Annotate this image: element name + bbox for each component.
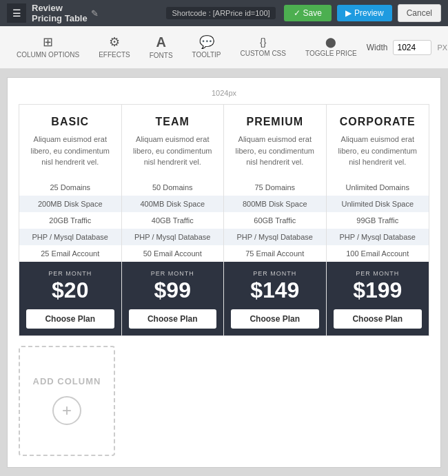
width-input[interactable] [393, 40, 431, 55]
feature-row: PHP / Mysql Database [19, 229, 121, 245]
plan-col-corporate: CORPORATE Aliquam euismod erat libero, e… [327, 105, 429, 335]
plan-col-premium: PREMIUM Aliquam euismod erat libero, eu … [224, 105, 327, 335]
shortcode-badge: Shortcode : [ARPrice id=100] [166, 7, 275, 19]
canvas-area: 1024px BASIC Aliquam euismod erat libero… [0, 69, 448, 476]
save-button[interactable]: ✓ Save [284, 5, 332, 21]
add-column-icon: + [52, 396, 81, 425]
pricing-grid: BASIC Aliquam euismod erat libero, eu co… [19, 104, 429, 336]
feature-row: 400MB Disk Space [122, 196, 224, 212]
width-label: Width [367, 43, 388, 52]
plan-header: CORPORATE Aliquam euismod erat libero, e… [327, 105, 429, 179]
feature-row: 40GB Traffic [122, 212, 224, 229]
plan-name: TEAM [130, 116, 216, 128]
plan-desc: Aliquam euismod erat libero, eu condimen… [130, 134, 216, 168]
toolbar: ⊞ COLUMN OPTIONS ⚙ EFFECTS A FONTS 💬 TOO… [0, 26, 448, 69]
feature-row: 75 Email Account [224, 245, 326, 262]
plan-footer: PER MONTH $99 Choose Plan [122, 262, 224, 335]
choose-plan-button[interactable]: Choose Plan [334, 309, 422, 329]
feature-row: 50 Domains [122, 179, 224, 196]
app-logo: ☰ [7, 3, 26, 23]
toolbar-fonts[interactable]: A FONTS [140, 30, 183, 65]
plan-features: Unlimited DomainsUnlimited Disk Space99G… [327, 179, 429, 262]
plan-name: CORPORATE [335, 116, 421, 128]
per-month-label: PER MONTH [334, 270, 422, 277]
feature-row: 25 Domains [19, 179, 121, 196]
per-month-label: PER MONTH [231, 270, 319, 277]
edit-icon[interactable]: ✎ [91, 8, 99, 19]
feature-row: 100 Email Account [327, 245, 429, 262]
toolbar-column-options[interactable]: ⊞ COLUMN OPTIONS [7, 30, 89, 64]
feature-row: 99GB Traffic [327, 212, 429, 229]
plan-footer: PER MONTH $20 Choose Plan [19, 262, 121, 335]
plan-price: $99 [129, 278, 217, 302]
toolbar-right: Width PX Color ✏ [367, 40, 448, 55]
plan-header: PREMIUM Aliquam euismod erat libero, eu … [224, 105, 326, 179]
feature-row: 25 Email Account [19, 245, 121, 262]
feature-row: Unlimited Domains [327, 179, 429, 196]
feature-row: 50 Email Account [122, 245, 224, 262]
toolbar-effects[interactable]: ⚙ EFFECTS [89, 30, 140, 64]
plan-footer: PER MONTH $149 Choose Plan [224, 262, 326, 335]
plan-footer: PER MONTH $199 Choose Plan [327, 262, 429, 335]
cancel-button[interactable]: Cancel [398, 4, 441, 22]
effects-icon: ⚙ [109, 36, 120, 48]
px-label: PX [437, 43, 447, 52]
page-title: Review Pricing Table [32, 3, 88, 23]
add-column-area[interactable]: ADD COLUMN + [19, 346, 115, 456]
custom-css-label: CUSTOM CSS [240, 50, 286, 57]
plan-features: 25 Domains200MB Disk Space20GB TrafficPH… [19, 179, 121, 262]
per-month-label: PER MONTH [129, 270, 217, 277]
preview-label: Preview [354, 8, 384, 18]
toggle-price-label: TOGGLE PRICE [305, 50, 357, 57]
feature-row: 20GB Traffic [19, 212, 121, 229]
preview-play-icon: ▶ [345, 8, 352, 18]
feature-row: 60GB Traffic [224, 212, 326, 229]
feature-row: 75 Domains [224, 179, 326, 196]
tooltip-label: TOOLTIP [192, 51, 221, 59]
plan-price: $149 [231, 278, 319, 302]
choose-plan-button[interactable]: Choose Plan [26, 309, 114, 329]
save-check-icon: ✓ [294, 8, 301, 18]
plan-header: BASIC Aliquam euismod erat libero, eu co… [19, 105, 121, 179]
plan-desc: Aliquam euismod erat libero, eu condimen… [232, 134, 318, 168]
plan-name: PREMIUM [232, 116, 318, 128]
add-column-label: ADD COLUMN [33, 376, 101, 386]
plan-price: $20 [26, 278, 114, 302]
fonts-icon: A [156, 35, 165, 49]
plan-header: TEAM Aliquam euismod erat libero, eu con… [122, 105, 224, 179]
choose-plan-button[interactable]: Choose Plan [129, 309, 217, 329]
per-month-label: PER MONTH [26, 270, 114, 277]
feature-row: Unlimited Disk Space [327, 196, 429, 212]
feature-row: PHP / Mysql Database [122, 229, 224, 245]
column-options-icon: ⊞ [43, 36, 53, 48]
save-label: Save [303, 8, 322, 18]
plan-features: 50 Domains400MB Disk Space40GB TrafficPH… [122, 179, 224, 262]
column-options-label: COLUMN OPTIONS [17, 51, 79, 59]
effects-label: EFFECTS [99, 51, 130, 59]
toggle-price-icon: ⬤ [325, 37, 336, 47]
plan-name: BASIC [28, 116, 113, 128]
toolbar-toggle-price[interactable]: ⬤ TOGGLE PRICE [296, 32, 367, 63]
toolbar-tooltip[interactable]: 💬 TOOLTIP [183, 30, 231, 64]
plan-price: $199 [334, 278, 422, 302]
tooltip-icon: 💬 [199, 36, 214, 48]
plan-features: 75 Domains800MB Disk Space60GB TrafficPH… [224, 179, 326, 262]
canvas-inner: 1024px BASIC Aliquam euismod erat libero… [7, 77, 441, 468]
choose-plan-button[interactable]: Choose Plan [231, 309, 319, 329]
plan-col-team: TEAM Aliquam euismod erat libero, eu con… [122, 105, 225, 335]
custom-css-icon: {} [260, 37, 266, 47]
feature-row: 200MB Disk Space [19, 196, 121, 212]
canvas-ruler: 1024px [19, 89, 429, 97]
logo-icon: ☰ [12, 8, 21, 19]
toolbar-custom-css[interactable]: {} CUSTOM CSS [230, 32, 296, 63]
feature-row: PHP / Mysql Database [224, 229, 326, 245]
topbar: ☰ Review Pricing Table ✎ Shortcode : [AR… [0, 0, 448, 26]
preview-button[interactable]: ▶ Preview [337, 5, 392, 21]
feature-row: PHP / Mysql Database [327, 229, 429, 245]
plan-desc: Aliquam euismod erat libero, eu condimen… [28, 134, 113, 168]
plan-desc: Aliquam euismod erat libero, eu condimen… [335, 134, 421, 168]
plan-col-basic: BASIC Aliquam euismod erat libero, eu co… [19, 105, 122, 335]
fonts-label: FONTS [150, 52, 173, 59]
feature-row: 800MB Disk Space [224, 196, 326, 212]
